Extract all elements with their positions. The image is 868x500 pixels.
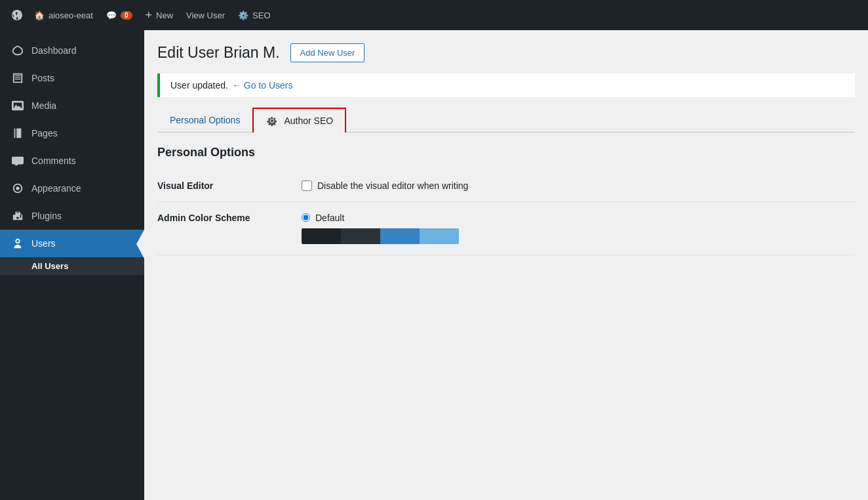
tab-author-seo-label: Author SEO [284,115,333,126]
sidebar-item-appearance[interactable]: Appearance [0,175,144,202]
admin-color-scheme-field: Default [302,201,855,255]
sidebar-item-users[interactable]: Users [0,230,144,257]
visual-editor-checkbox-label[interactable]: Disable the visual editor when writing [302,180,855,191]
visual-editor-checkbox[interactable] [302,180,312,191]
sidebar-item-dashboard-label: Dashboard [31,45,77,56]
sidebar-item-media[interactable]: Media [0,92,144,119]
add-new-user-button[interactable]: Add New User [290,43,365,62]
dashboard-icon [10,43,25,58]
author-seo-gear-icon [266,114,279,127]
sidebar-item-comments-label: Comments [31,156,76,166]
adminbar-comments[interactable]: 💬 0 [100,0,139,30]
adminbar-site[interactable]: 🏠 aioseo-eeat [28,0,100,30]
go-to-users-link[interactable]: ← Go to Users [232,80,293,91]
site-name: aioseo-eeat [49,10,93,20]
comments-count: 0 [121,11,132,20]
seo-gear-icon: ⚙️ [238,10,248,20]
color-scheme-default-radio[interactable] [302,213,310,222]
pages-icon [10,126,25,140]
adminbar-seo[interactable]: ⚙️ SEO [231,0,277,30]
visual-editor-field: Disable the visual editor when writing [302,170,855,202]
main-content: Edit User Brian M. Add New User User upd… [144,30,868,500]
color-scheme-default[interactable]: Default [302,213,855,223]
tabs-container: Personal Options Author SEO [157,108,855,133]
sidebar-item-users-label: Users [31,238,56,249]
sidebar-item-pages-label: Pages [31,128,58,138]
sidebar-item-dashboard[interactable]: Dashboard [0,37,144,64]
wp-logo[interactable] [7,0,28,30]
sidebar-item-plugins-label: Plugins [31,211,62,221]
tab-personal-options-label: Personal Options [170,115,240,125]
comments-sidebar-icon [10,154,25,168]
adminbar-new[interactable]: + New [139,0,180,30]
swatch-2 [341,228,380,244]
admin-color-scheme-row: Admin Color Scheme Default [157,201,855,255]
color-scheme-swatches [302,228,459,244]
admin-color-scheme-label: Admin Color Scheme [157,201,302,255]
sidebar-item-comments[interactable]: Comments [0,147,144,175]
admin-bar: 🏠 aioseo-eeat 💬 0 + New View User ⚙️ SEO [0,0,868,30]
sidebar-item-appearance-label: Appearance [31,183,81,194]
appearance-icon [10,181,25,196]
swatch-4 [420,228,459,244]
plus-icon: + [146,9,153,22]
page-title: Edit User Brian M. [157,43,280,63]
sidebar-item-pages[interactable]: Pages [0,119,144,147]
new-label: New [156,10,173,20]
sidebar-item-posts[interactable]: Posts [0,64,144,92]
page-header: Edit User Brian M. Add New User [157,43,855,63]
media-icon [10,98,25,113]
plugins-icon [10,209,25,223]
tab-personal-options[interactable]: Personal Options [157,108,252,133]
home-icon: 🏠 [34,10,45,20]
notice-text: User updated. [170,80,228,91]
visual-editor-row: Visual Editor Disable the visual editor … [157,170,855,202]
submenu-all-users-label: All Users [31,261,68,271]
adminbar-view-user[interactable]: View User [180,0,231,30]
sidebar-item-media-label: Media [31,100,56,111]
color-scheme-default-text: Default [315,213,344,223]
sidebar: Dashboard Posts Media Pages Comments [0,30,144,500]
form-table: Visual Editor Disable the visual editor … [157,170,855,255]
seo-label: SEO [252,10,270,20]
tab-author-seo[interactable]: Author SEO [252,108,346,133]
section-title: Personal Options [157,146,855,159]
posts-icon [10,71,25,85]
view-user-label: View User [186,10,225,20]
visual-editor-label: Visual Editor [157,170,302,202]
sidebar-item-plugins[interactable]: Plugins [0,202,144,230]
swatch-3 [380,228,420,244]
users-icon [10,236,25,251]
swatch-1 [302,228,341,244]
notice-updated: User updated. ← Go to Users [157,73,855,97]
submenu-all-users[interactable]: All Users [0,257,144,275]
sidebar-item-posts-label: Posts [31,73,54,83]
visual-editor-checkbox-text: Disable the visual editor when writing [317,180,468,191]
comments-icon: 💬 [106,10,117,20]
